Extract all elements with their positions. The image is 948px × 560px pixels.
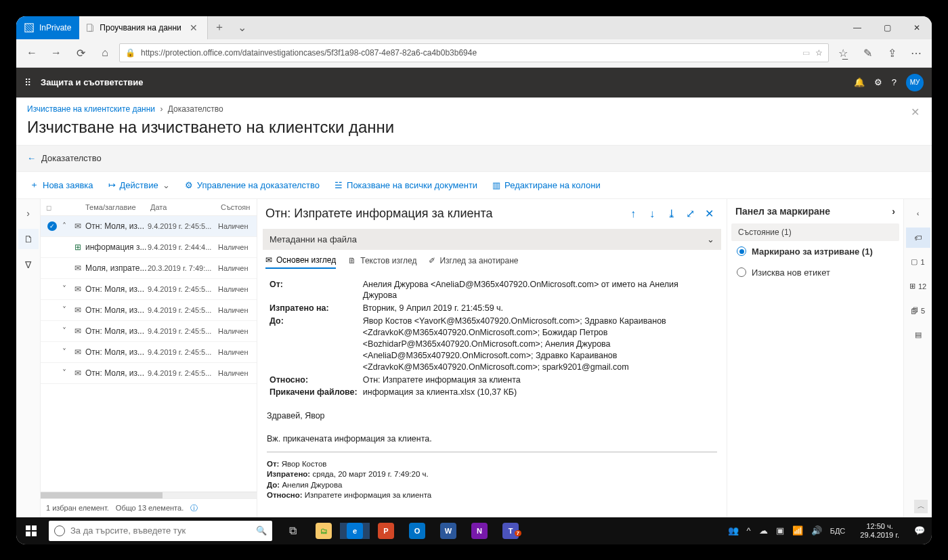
right-rail-item-1[interactable]: ▢1 [906,252,930,272]
volume-icon[interactable]: 🔊 [811,525,822,536]
reading-view-icon[interactable]: ▭ [802,48,810,58]
row-chevron-icon[interactable]: ˅ [58,326,70,336]
detail-download-icon[interactable]: ⤓ [662,204,681,223]
table-row[interactable]: ˅✉Отн: Моля, из...9.4.2019 г. 2:45:5...Н… [41,363,257,384]
table-row[interactable]: ˅✉Отн: Моля, из...9.4.2019 г. 2:45:5...Н… [41,300,257,321]
window-maximize-button[interactable]: ▢ [872,16,902,39]
file-metadata-toggle[interactable]: Метаданни на файла ⌄ [263,229,721,250]
row-date: 20.3.2019 г. 7:49:... [148,264,218,272]
browser-tab[interactable]: Проучвания на данни ✕ [79,16,207,39]
detail-expand-icon[interactable]: ⤢ [681,204,699,223]
cmd-show-all-docs[interactable]: ☱Показване на всички документи [329,177,483,193]
rail-filter-icon[interactable]: ∇ [18,255,39,275]
edge-browser-icon[interactable]: e [340,523,370,539]
right-rail-item-4[interactable]: ▤ [906,325,930,345]
outlook-icon[interactable]: O [402,523,432,539]
tab-native-view[interactable]: ✉Основен изглед [265,255,336,269]
cmd-new-query[interactable]: ＋Нова заявка [24,176,99,194]
tag-option-needs-label[interactable]: Изисква нов етикет [727,262,903,283]
wifi-icon[interactable]: 📶 [792,525,803,536]
tray-chevron-icon[interactable]: ^ [747,525,751,536]
col-status[interactable]: Състоян [221,203,251,211]
cmd-manage-evidence[interactable]: ⚙Управление на доказателство [179,177,325,193]
right-rail-tag-icon[interactable]: 🏷 [906,228,930,248]
tab-actions-chevron-icon[interactable]: ⌄ [231,16,254,39]
right-rail-item-3[interactable]: 🗐5 [906,301,930,321]
favorites-hub-icon[interactable]: ☆̲ [833,43,853,63]
task-view-icon[interactable]: ⧉ [278,525,307,537]
user-avatar[interactable]: МУ [906,74,924,91]
table-row[interactable]: ✓˄✉Отн: Моля, из...9.4.2019 г. 2:45:5...… [41,216,257,237]
detail-next-icon[interactable]: ↓ [643,204,662,223]
row-chevron-icon[interactable]: ˅ [58,284,70,294]
new-tab-button[interactable]: ＋ [208,16,231,39]
nav-refresh-button[interactable]: ⟳ [70,43,91,63]
action-center-icon[interactable]: 💬 [914,525,925,536]
tab-annotate-view[interactable]: ✐Изглед за анотиране [429,255,518,269]
onenote-icon[interactable]: N [465,523,494,539]
rail-expand-icon[interactable]: › [18,203,39,223]
tab-title: Проучвания на данни [100,23,181,33]
scroll-up-button[interactable]: ︿ [914,500,928,513]
settings-gear-icon[interactable]: ⚙ [874,77,882,87]
row-date: 9.4.2019 г. 2:45:5... [148,222,218,230]
notes-icon[interactable]: ✎ [857,43,878,63]
info-icon[interactable]: ⓘ [190,503,198,513]
tray-app-icon[interactable]: ▣ [776,525,784,536]
file-explorer-icon[interactable]: 🗂 [309,523,339,539]
right-rail-item-2[interactable]: ⊞12 [906,276,930,297]
table-row[interactable]: ˅✉Отн: Моля, из...9.4.2019 г. 2:45:5...Н… [41,321,257,342]
detail-header: Отн: Изпратете информация за клиента ↑ ↓… [257,199,727,229]
favorite-star-icon[interactable]: ☆ [815,48,823,58]
tag-option-marked-delete[interactable]: Маркирано за изтриване (1) [727,241,903,262]
people-icon[interactable]: 👥 [728,525,739,536]
language-icon[interactable]: БДС [830,527,846,535]
row-date: 9.4.2019 г. 2:45:5... [148,306,218,314]
rail-search-icon[interactable]: 🗋 [18,229,39,249]
nav-forward-button[interactable]: → [46,43,66,63]
cmd-action[interactable]: ↦Действие⌄ [103,177,175,193]
teams-icon[interactable]: T7 [496,523,525,539]
table-row[interactable]: ˅✉Отн: Моля, из...9.4.2019 г. 2:45:5...Н… [41,279,257,300]
taskbar-clock[interactable]: 12:50 ч. 29.4.2019 г. [853,522,906,538]
tab-text-view[interactable]: 🗎Текстов изглед [348,255,416,269]
breadcrumb-root[interactable]: Изчистване на клиентските данни [27,104,155,114]
help-icon[interactable]: ? [892,77,897,87]
table-row[interactable]: ˅✉Отн: Моля, из...9.4.2019 г. 2:45:5...Н… [41,342,257,363]
back-evidence-bar[interactable]: ← Доказателство [16,145,932,172]
app-launcher-icon[interactable]: ⠿ [24,77,31,88]
cmd-edit-columns[interactable]: ▥Редактиране на колони [487,177,606,193]
row-chevron-icon[interactable]: ˅ [58,305,70,315]
url-field[interactable]: 🔒 ▭ ☆ [119,43,829,62]
col-date[interactable]: Дата [150,203,221,211]
url-input[interactable] [141,48,797,58]
row-chevron-icon[interactable]: ˅ [58,368,70,378]
notifications-icon[interactable]: 🔔 [854,77,865,87]
taskbar-search[interactable]: 🔍 [49,521,272,541]
detail-prev-icon[interactable]: ↑ [624,204,643,223]
horizontal-scrollbar[interactable] [41,492,257,498]
col-subject[interactable]: Тема/заглавие [85,203,150,211]
powerpoint-icon[interactable]: P [371,523,401,539]
nav-back-button[interactable]: ← [22,43,42,63]
window-close-button[interactable]: ✕ [902,16,932,39]
row-chevron-icon[interactable]: ˄ [58,221,70,231]
word-icon[interactable]: W [433,523,463,539]
window-minimize-button[interactable]: — [842,16,872,39]
taskbar-search-input[interactable] [70,525,251,536]
detail-close-icon[interactable]: ✕ [699,204,718,223]
table-row[interactable]: ⊞информация з...9.4.2019 г. 2:44:4...Нал… [41,237,257,258]
share-icon[interactable]: ⇪ [882,43,902,63]
tab-close-icon[interactable]: ✕ [187,22,200,33]
row-chevron-icon[interactable]: ˅ [58,347,70,357]
chevron-right-icon[interactable]: › [892,206,895,217]
onedrive-icon[interactable]: ☁ [759,525,768,536]
more-icon[interactable]: ⋯ [906,43,926,63]
tag-group-status[interactable]: Състояние (1) [731,223,899,241]
table-row[interactable]: ✉Моля, изпрате...20.3.2019 г. 7:49:...На… [41,258,257,279]
nav-home-button[interactable]: ⌂ [95,43,115,63]
start-button[interactable] [16,517,46,544]
row-type-icon: ✉ [70,368,85,378]
right-rail-collapse-icon[interactable]: ‹ [906,203,930,223]
close-panel-icon[interactable]: ✕ [911,106,920,119]
